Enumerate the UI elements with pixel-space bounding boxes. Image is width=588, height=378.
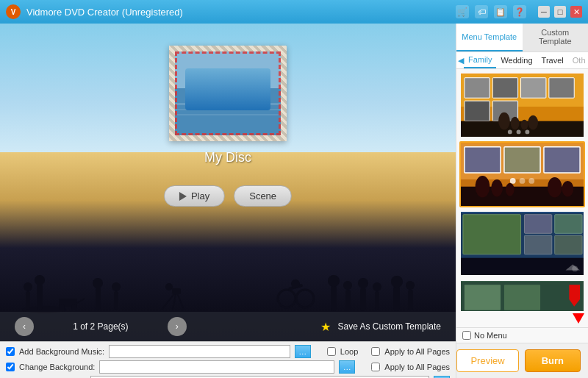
svg-rect-43: [175, 109, 281, 110]
svg-point-63: [525, 129, 529, 134]
svg-point-47: [246, 83, 258, 90]
cat-wedding-button[interactable]: Wedding: [496, 52, 537, 68]
change-bg-checkbox[interactable]: [6, 363, 15, 371]
no-menu-checkbox[interactable]: [462, 331, 471, 340]
category-tabs: ◀ Family Wedding Travel Oth ▶: [456, 52, 588, 69]
play-icon: [179, 192, 187, 201]
svg-rect-19: [345, 290, 351, 310]
svg-rect-84: [461, 258, 584, 277]
apply-all-bg-label: Apply to All Pages: [384, 363, 450, 371]
svg-rect-53: [549, 78, 574, 99]
svg-line-41: [186, 96, 270, 98]
svg-point-77: [562, 181, 574, 197]
bg-music-input[interactable]: [109, 345, 290, 358]
close-button[interactable]: ✕: [570, 6, 582, 18]
svg-point-73: [476, 176, 490, 197]
cat-travel-button[interactable]: Travel: [537, 52, 568, 68]
svg-point-61: [508, 129, 512, 134]
template-list: [456, 69, 588, 327]
svg-point-70: [520, 178, 526, 184]
svg-rect-36: [175, 88, 281, 135]
svg-rect-9: [96, 288, 101, 310]
svg-rect-88: [465, 285, 501, 310]
loop-checkbox[interactable]: [327, 347, 336, 356]
titlebar-icons: 🛒 🏷 📋 ❓: [456, 5, 526, 18]
menu-template-tab[interactable]: Menu Template: [456, 24, 523, 51]
svg-point-69: [510, 178, 516, 184]
template-thumb-1[interactable]: [459, 72, 585, 138]
svg-point-24: [373, 282, 381, 291]
svg-point-16: [291, 279, 300, 288]
red-arrow: [573, 313, 584, 324]
disc-controls: Play Scene: [164, 185, 292, 207]
cat-prev-button[interactable]: ◀: [458, 52, 464, 68]
svg-rect-3: [26, 291, 30, 310]
change-bg-browse[interactable]: …: [339, 360, 355, 374]
right-panel: Menu Template Custom Template ◀ Family W…: [456, 24, 588, 378]
svg-point-74: [491, 179, 503, 197]
scene-button[interactable]: Scene: [234, 185, 292, 207]
svg-rect-67: [504, 147, 540, 173]
change-bg-input[interactable]: [99, 360, 334, 374]
svg-rect-89: [504, 285, 540, 310]
disc-preview: My Disc: [169, 46, 287, 165]
svg-rect-21: [360, 288, 366, 311]
apply-all-music-checkbox[interactable]: [371, 347, 380, 356]
silhouette-layer: [0, 254, 456, 313]
cat-other-button[interactable]: Oth: [568, 52, 588, 68]
svg-point-7: [71, 304, 77, 310]
burn-button[interactable]: Burn: [525, 349, 581, 372]
svg-rect-68: [544, 147, 580, 173]
svg-point-22: [358, 278, 368, 288]
prev-page-button[interactable]: ‹: [15, 317, 34, 336]
template-thumb-4[interactable]: [459, 279, 585, 313]
cart-icon[interactable]: 🛒: [456, 5, 469, 18]
svg-point-12: [112, 282, 121, 291]
svg-rect-80: [524, 215, 551, 234]
svg-rect-83: [555, 235, 582, 254]
svg-point-45: [232, 79, 250, 90]
change-bg-row: Change Background: … Apply to All Pages: [6, 360, 450, 374]
apply-all-bg-checkbox[interactable]: [371, 363, 380, 371]
bg-music-label: Add Background Music:: [19, 347, 104, 356]
register-icon[interactable]: 📋: [494, 5, 507, 18]
svg-rect-23: [375, 291, 379, 310]
bg-music-checkbox[interactable]: [6, 347, 15, 356]
svg-rect-39: [212, 72, 219, 103]
svg-point-6: [59, 304, 65, 310]
svg-point-14: [296, 290, 314, 307]
svg-point-60: [528, 115, 538, 130]
svg-rect-66: [465, 147, 501, 173]
bg-music-row: Add Background Music: … Loop Apply to Al…: [6, 345, 450, 358]
next-page-button[interactable]: ›: [168, 317, 187, 336]
bg-music-browse[interactable]: …: [295, 345, 311, 358]
svg-point-71: [528, 178, 534, 184]
svg-point-46: [248, 77, 263, 88]
window-controls: ─ □ ✕: [538, 6, 582, 18]
cat-family-button[interactable]: Family: [464, 52, 496, 68]
preview-button[interactable]: Preview: [456, 349, 518, 372]
save-template-button[interactable]: Save As Custom Template: [338, 321, 442, 332]
svg-rect-52: [521, 78, 546, 99]
no-menu-row: No Menu: [456, 327, 588, 343]
custom-template-tab[interactable]: Custom Template: [523, 24, 589, 51]
svg-line-40: [186, 92, 270, 94]
play-button[interactable]: Play: [164, 185, 225, 207]
svg-point-57: [498, 113, 510, 130]
svg-point-4: [24, 282, 32, 291]
disc-image-frame: [169, 46, 287, 141]
maximize-button[interactable]: □: [554, 6, 566, 18]
svg-rect-51: [492, 78, 517, 99]
svg-point-86: [572, 265, 578, 271]
svg-point-20: [343, 281, 352, 290]
minimize-button[interactable]: ─: [538, 6, 550, 18]
svg-rect-37: [190, 74, 196, 103]
tag-icon[interactable]: 🏷: [475, 5, 488, 18]
template-thumb-2[interactable]: [459, 141, 585, 207]
svg-rect-81: [555, 215, 582, 234]
app-title: Vidmore DVD Creator (Unregistered): [26, 7, 456, 18]
disc-title: My Disc: [169, 150, 287, 165]
svg-point-33: [165, 283, 173, 290]
support-icon[interactable]: ❓: [513, 5, 526, 18]
template-thumb-3[interactable]: [459, 210, 585, 277]
